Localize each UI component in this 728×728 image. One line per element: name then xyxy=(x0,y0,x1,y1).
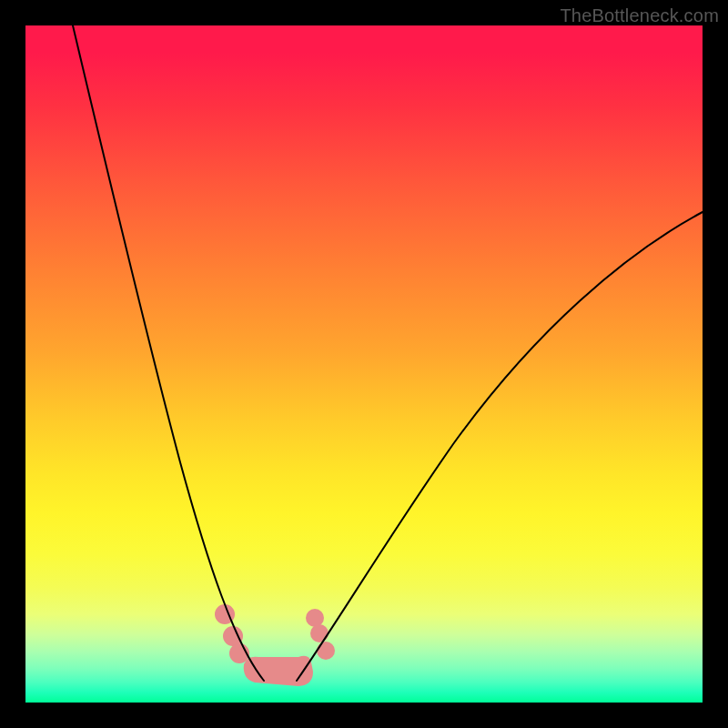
curve-layer xyxy=(25,25,703,703)
marker-dot xyxy=(317,642,335,660)
chart-stage: TheBottleneck.com xyxy=(0,0,728,728)
plot-area xyxy=(25,25,703,703)
marker-dot xyxy=(310,624,329,642)
watermark-text: TheBottleneck.com xyxy=(560,5,719,26)
left-curve xyxy=(73,25,264,681)
marker-dot xyxy=(223,626,243,646)
right-curve xyxy=(297,212,703,681)
marker-dot xyxy=(306,609,324,627)
